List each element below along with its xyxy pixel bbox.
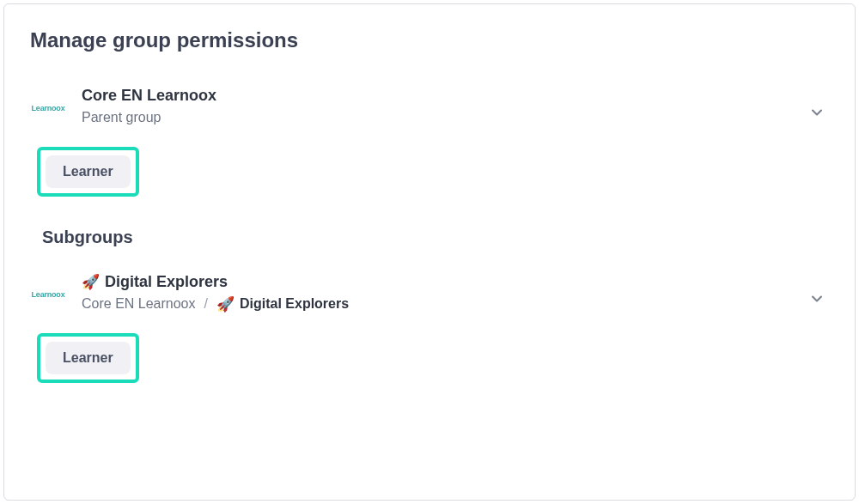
parent-role-highlight: Learner	[37, 147, 139, 197]
breadcrumb-separator: /	[204, 296, 208, 312]
rocket-icon: 🚀	[216, 297, 235, 312]
parent-group-info: Core EN Learnoox Parent group	[82, 87, 832, 125]
parent-group-row: Learnoox Core EN Learnoox Parent group	[30, 87, 832, 138]
subgroup-name-text: Digital Explorers	[105, 273, 228, 291]
rocket-icon: 🚀	[82, 275, 100, 289]
subgroup-role-badge[interactable]: Learner	[46, 342, 131, 374]
parent-group-logo: Learnoox	[30, 90, 66, 126]
subgroup-name: 🚀 Digital Explorers	[82, 273, 832, 291]
subgroup-role-wrap: Learner	[37, 333, 832, 383]
subgroup-role-highlight: Learner	[37, 333, 139, 383]
breadcrumb-current-text: Digital Explorers	[240, 296, 349, 312]
subgroups-section-title: Subgroups	[42, 228, 832, 247]
subgroup-expand-button[interactable]	[801, 283, 832, 314]
chevron-down-icon	[808, 290, 825, 307]
parent-group-subtitle: Parent group	[82, 110, 832, 125]
breadcrumb-parent: Core EN Learnoox	[82, 296, 196, 312]
breadcrumb-current: 🚀 Digital Explorers	[216, 296, 349, 312]
subgroup-logo: Learnoox	[30, 276, 66, 313]
page-title: Manage group permissions	[30, 28, 832, 52]
parent-group-name: Core EN Learnoox	[82, 87, 832, 105]
subgroup-breadcrumb: Core EN Learnoox / 🚀 Digital Explorers	[82, 296, 832, 312]
chevron-down-icon	[808, 104, 825, 121]
parent-group-role-wrap: Learner	[37, 147, 832, 197]
parent-group-expand-button[interactable]	[801, 97, 832, 128]
parent-group-role-badge[interactable]: Learner	[46, 155, 131, 188]
subgroup-row: Learnoox 🚀 Digital Explorers Core EN Lea…	[30, 273, 832, 325]
permissions-panel: Manage group permissions Learnoox Core E…	[3, 3, 856, 501]
subgroup-info: 🚀 Digital Explorers Core EN Learnoox / 🚀…	[82, 273, 832, 312]
